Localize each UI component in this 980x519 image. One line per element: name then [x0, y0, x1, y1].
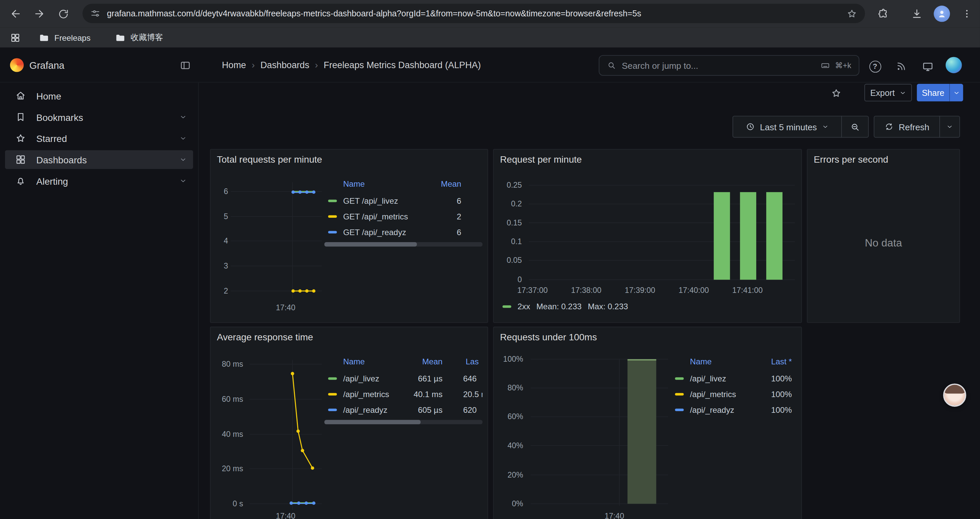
legend-row: /api/_metrics 40.1 ms 20.5 r — [324, 386, 482, 402]
chevron-down-icon[interactable] — [180, 177, 187, 184]
rss-icon — [896, 61, 907, 72]
legend-value: 100% — [771, 405, 792, 414]
help-button[interactable]: ? — [868, 59, 883, 74]
legend-series-name[interactable]: /api/_livez — [343, 374, 379, 383]
legend-header-mean[interactable]: Mean — [441, 179, 461, 189]
export-button[interactable]: Export — [864, 84, 912, 101]
legend-series-name[interactable]: /api/_metrics — [343, 389, 389, 398]
kiosk-mode-button[interactable] — [920, 59, 935, 74]
series-color-swatch — [675, 393, 684, 395]
panel-title[interactable]: Requests under 100ms — [500, 332, 597, 342]
chevron-down-icon[interactable] — [180, 156, 187, 163]
legend-series-name[interactable]: /api/_readyz — [343, 405, 388, 414]
scrollbar-thumb[interactable] — [324, 420, 421, 424]
legend-header-name[interactable]: Name — [343, 357, 365, 366]
sidebar-item-label: Dashboards — [37, 154, 87, 165]
legend-value: 6 — [457, 196, 461, 205]
legend-header-last[interactable]: Last * — [771, 357, 792, 366]
legend-row: /api/_livez 100% — [671, 370, 793, 386]
apps-grid-button[interactable] — [6, 30, 24, 45]
legend-header-mean[interactable]: Mean — [422, 357, 442, 366]
search-box[interactable]: ⌘+k — [599, 55, 859, 76]
sidebar-item-bookmarks[interactable]: Bookmarks — [5, 107, 193, 126]
address-bar[interactable]: grafana.mathmast.com/d/deytv4rwavabkb/fr… — [83, 4, 865, 23]
series-color-swatch — [675, 377, 684, 379]
legend-series-name[interactable]: /api/_metrics — [690, 389, 736, 398]
legend-series-name[interactable]: GET /api/_metrics — [343, 211, 408, 221]
line-chart-plot[interactable] — [250, 360, 322, 510]
scrollbar-thumb[interactable] — [324, 242, 417, 246]
refresh-button[interactable]: Refresh — [873, 116, 940, 138]
sidebar-item-dashboards[interactable]: Dashboards — [5, 150, 193, 169]
legend-scrollbar[interactable] — [324, 420, 482, 424]
favorite-dashboard-button[interactable] — [830, 88, 842, 99]
forward-button[interactable] — [30, 4, 49, 23]
breadcrumb-home[interactable]: Home — [222, 60, 246, 70]
series-color-swatch — [328, 200, 337, 202]
legend-header-last[interactable]: Las — [466, 357, 483, 366]
bar-chart-plot[interactable] — [531, 359, 668, 506]
breadcrumb: Home › Dashboards › Freeleaps Metrics Da… — [222, 59, 480, 70]
browser-toolbar: grafana.mathmast.com/d/deytv4rwavabkb/fr… — [0, 0, 980, 27]
legend-last-value: 20.5 r — [463, 389, 482, 398]
legend-value: 100% — [771, 389, 792, 398]
legend-mean-value: 661 µs — [418, 374, 442, 383]
user-avatar[interactable] — [946, 57, 962, 73]
bell-icon — [15, 175, 26, 187]
bar-chart-plot[interactable] — [529, 182, 795, 282]
legend-header-name[interactable]: Name — [343, 179, 365, 189]
legend-header-name[interactable]: Name — [690, 357, 712, 366]
reload-button[interactable] — [54, 4, 72, 23]
legend-series-name[interactable]: GET /api/_livez — [343, 196, 398, 205]
bookmark-folder-freeleaps[interactable]: Freeleaps — [35, 30, 94, 45]
legend-series-name[interactable]: /api/_readyz — [690, 405, 735, 414]
breadcrumb-dashboards[interactable]: Dashboards — [261, 60, 309, 70]
back-button[interactable] — [6, 4, 25, 23]
legend-row: GET /api/_metrics 2 — [324, 208, 482, 224]
legend-scrollbar[interactable] — [324, 242, 482, 246]
legend-inline: 2xx Mean: 0.233 Max: 0.233 — [502, 302, 628, 311]
chevron-down-icon[interactable] — [180, 113, 187, 121]
floating-assistant-avatar[interactable] — [943, 384, 966, 407]
search-shortcut: ⌘+k — [819, 61, 851, 70]
sidebar-item-alerting[interactable]: Alerting — [5, 171, 193, 190]
apps-grid-icon — [10, 32, 21, 43]
panel-title[interactable]: Average response time — [217, 332, 313, 342]
share-button[interactable]: Share — [917, 84, 949, 101]
bookmark-folder-blog[interactable]: 收藏博客 — [111, 30, 167, 45]
panel-total-requests: Total requests per minute 6 5 4 3 2 17:4… — [210, 149, 488, 323]
dock-menu-button[interactable] — [180, 59, 191, 72]
panel-title[interactable]: Request per minute — [500, 154, 582, 164]
series-color-swatch — [328, 409, 337, 411]
legend-table: Name Last * /api/_livez 100% /api/_metri… — [671, 355, 793, 417]
legend-series-name[interactable]: GET /api/_readyz — [343, 227, 406, 236]
panel-errors-per-second: Errors per second No data — [807, 149, 960, 323]
extensions-button[interactable] — [873, 4, 892, 23]
browser-menu-button[interactable] — [958, 4, 976, 23]
screen: grafana.mathmast.com/d/deytv4rwavabkb/fr… — [0, 0, 980, 519]
downloads-button[interactable] — [908, 4, 926, 23]
folder-icon — [115, 32, 126, 43]
legend-last-value: 620 — [463, 405, 482, 414]
refresh-interval-button[interactable] — [939, 116, 960, 138]
panel-title[interactable]: Errors per second — [814, 154, 888, 164]
sidebar-item-label: Alerting — [37, 176, 68, 186]
panel-request-per-minute: Request per minute 0.25 0.2 0.15 0.1 0.0… — [493, 149, 802, 323]
profile-avatar[interactable] — [934, 6, 950, 22]
legend-series-name[interactable]: /api/_livez — [690, 374, 726, 383]
bookmark-star-icon[interactable] — [846, 8, 858, 19]
grafana-logo[interactable] — [10, 58, 24, 72]
zoom-out-time-button[interactable] — [841, 116, 869, 138]
share-menu-button[interactable] — [949, 84, 963, 101]
sidebar-item-starred[interactable]: Starred — [5, 129, 193, 148]
time-range-picker[interactable]: Last 5 minutes — [732, 116, 842, 138]
legend-series-name[interactable]: 2xx — [517, 302, 530, 311]
chevron-down-icon[interactable] — [180, 134, 187, 142]
panel-title[interactable]: Total requests per minute — [217, 154, 322, 164]
no-data-message: No data — [808, 237, 959, 249]
sidebar-item-home[interactable]: Home — [5, 86, 193, 105]
legend-value: 2 — [457, 211, 461, 221]
search-input[interactable] — [622, 61, 819, 70]
line-chart-plot[interactable] — [231, 182, 322, 299]
news-button[interactable] — [894, 59, 908, 74]
